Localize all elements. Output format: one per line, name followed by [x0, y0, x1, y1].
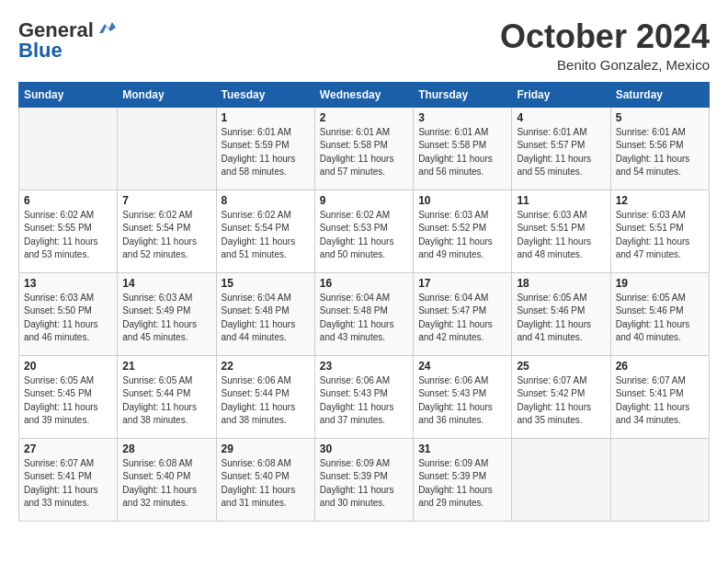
- svg-marker-0: [99, 22, 116, 33]
- day-number: 11: [517, 194, 605, 207]
- calendar-cell: 3Sunrise: 6:01 AMSunset: 5:58 PMDaylight…: [414, 107, 512, 190]
- day-header-monday: Monday: [118, 82, 216, 107]
- day-info: Sunrise: 6:07 AMSunset: 5:42 PMDaylight:…: [517, 374, 605, 428]
- calendar-cell: 20Sunrise: 6:05 AMSunset: 5:45 PMDayligh…: [19, 355, 118, 438]
- calendar-cell: 19Sunrise: 6:05 AMSunset: 5:46 PMDayligh…: [610, 272, 709, 355]
- logo-blue: Blue: [18, 39, 63, 63]
- day-info: Sunrise: 6:03 AMSunset: 5:49 PMDaylight:…: [122, 292, 210, 345]
- day-info: Sunrise: 6:03 AMSunset: 5:51 PMDaylight:…: [616, 209, 704, 262]
- calendar-cell: 31Sunrise: 6:09 AMSunset: 5:39 PMDayligh…: [414, 438, 512, 521]
- day-info: Sunrise: 6:09 AMSunset: 5:39 PMDaylight:…: [320, 457, 408, 511]
- calendar-cell: 7Sunrise: 6:02 AMSunset: 5:54 PMDaylight…: [118, 190, 216, 272]
- title-block: October 2024 Benito Gonzalez, Mexico: [500, 18, 710, 73]
- day-number: 29: [222, 442, 310, 455]
- day-info: Sunrise: 6:05 AMSunset: 5:46 PMDaylight:…: [517, 292, 605, 345]
- day-info: Sunrise: 6:05 AMSunset: 5:44 PMDaylight:…: [122, 374, 210, 428]
- day-number: 15: [222, 277, 310, 290]
- logo-bird-icon: [96, 20, 116, 37]
- calendar-cell: 13Sunrise: 6:03 AMSunset: 5:50 PMDayligh…: [19, 272, 118, 355]
- calendar-cell: 16Sunrise: 6:04 AMSunset: 5:48 PMDayligh…: [314, 272, 413, 355]
- calendar-cell: 22Sunrise: 6:06 AMSunset: 5:44 PMDayligh…: [216, 355, 314, 438]
- calendar-cell: 21Sunrise: 6:05 AMSunset: 5:44 PMDayligh…: [118, 355, 216, 438]
- calendar-cell: [118, 107, 216, 190]
- day-info: Sunrise: 6:04 AMSunset: 5:47 PMDaylight:…: [418, 292, 506, 345]
- day-info: Sunrise: 6:09 AMSunset: 5:39 PMDaylight:…: [418, 457, 506, 511]
- day-info: Sunrise: 6:03 AMSunset: 5:50 PMDaylight:…: [24, 292, 112, 345]
- day-header-sunday: Sunday: [19, 82, 118, 107]
- calendar-cell: 6Sunrise: 6:02 AMSunset: 5:55 PMDaylight…: [19, 190, 118, 272]
- calendar-cell: 26Sunrise: 6:07 AMSunset: 5:41 PMDayligh…: [610, 355, 709, 438]
- day-number: 31: [418, 442, 506, 455]
- calendar-cell: 25Sunrise: 6:07 AMSunset: 5:42 PMDayligh…: [512, 355, 610, 438]
- calendar-cell: [610, 438, 709, 521]
- day-number: 5: [616, 111, 704, 124]
- day-info: Sunrise: 6:05 AMSunset: 5:46 PMDaylight:…: [616, 292, 704, 345]
- day-number: 3: [418, 111, 506, 124]
- day-number: 2: [320, 111, 408, 124]
- day-number: 13: [24, 277, 112, 290]
- day-number: 30: [320, 442, 408, 455]
- calendar-cell: 23Sunrise: 6:06 AMSunset: 5:43 PMDayligh…: [314, 355, 413, 438]
- day-info: Sunrise: 6:06 AMSunset: 5:43 PMDaylight:…: [418, 374, 506, 428]
- calendar-cell: 27Sunrise: 6:07 AMSunset: 5:41 PMDayligh…: [19, 438, 118, 521]
- week-row-2: 6Sunrise: 6:02 AMSunset: 5:55 PMDaylight…: [19, 190, 710, 272]
- day-info: Sunrise: 6:01 AMSunset: 5:58 PMDaylight:…: [320, 126, 408, 179]
- day-info: Sunrise: 6:07 AMSunset: 5:41 PMDaylight:…: [616, 374, 704, 428]
- day-info: Sunrise: 6:04 AMSunset: 5:48 PMDaylight:…: [320, 292, 408, 345]
- day-info: Sunrise: 6:08 AMSunset: 5:40 PMDaylight:…: [222, 457, 310, 511]
- day-info: Sunrise: 6:07 AMSunset: 5:41 PMDaylight:…: [24, 457, 112, 511]
- day-number: 27: [24, 442, 112, 455]
- calendar-cell: 12Sunrise: 6:03 AMSunset: 5:51 PMDayligh…: [610, 190, 709, 272]
- calendar-table: SundayMondayTuesdayWednesdayThursdayFrid…: [18, 82, 710, 522]
- calendar-cell: 9Sunrise: 6:02 AMSunset: 5:53 PMDaylight…: [314, 190, 413, 272]
- day-number: 18: [517, 277, 605, 290]
- page-header: General Blue October 2024 Benito Gonzale…: [18, 18, 710, 73]
- day-number: 6: [24, 194, 112, 207]
- day-number: 8: [222, 194, 310, 207]
- day-info: Sunrise: 6:01 AMSunset: 5:56 PMDaylight:…: [616, 126, 704, 179]
- calendar-cell: 15Sunrise: 6:04 AMSunset: 5:48 PMDayligh…: [216, 272, 314, 355]
- day-info: Sunrise: 6:05 AMSunset: 5:45 PMDaylight:…: [24, 374, 112, 428]
- calendar-cell: 1Sunrise: 6:01 AMSunset: 5:59 PMDaylight…: [216, 107, 314, 190]
- day-info: Sunrise: 6:02 AMSunset: 5:54 PMDaylight:…: [122, 209, 210, 262]
- calendar-cell: 14Sunrise: 6:03 AMSunset: 5:49 PMDayligh…: [118, 272, 216, 355]
- calendar-cell: [512, 438, 610, 521]
- day-number: 22: [222, 360, 310, 373]
- day-number: 24: [418, 360, 506, 373]
- day-number: 16: [320, 277, 408, 290]
- day-number: 19: [616, 277, 704, 290]
- calendar-cell: 17Sunrise: 6:04 AMSunset: 5:47 PMDayligh…: [414, 272, 512, 355]
- calendar-cell: 24Sunrise: 6:06 AMSunset: 5:43 PMDayligh…: [414, 355, 512, 438]
- week-row-5: 27Sunrise: 6:07 AMSunset: 5:41 PMDayligh…: [19, 438, 710, 521]
- day-info: Sunrise: 6:02 AMSunset: 5:53 PMDaylight:…: [320, 209, 408, 262]
- day-number: 26: [616, 360, 704, 373]
- day-info: Sunrise: 6:01 AMSunset: 5:57 PMDaylight:…: [517, 126, 605, 179]
- day-header-wednesday: Wednesday: [314, 82, 413, 107]
- day-info: Sunrise: 6:04 AMSunset: 5:48 PMDaylight:…: [222, 292, 310, 345]
- week-row-4: 20Sunrise: 6:05 AMSunset: 5:45 PMDayligh…: [19, 355, 710, 438]
- day-number: 7: [122, 194, 210, 207]
- day-number: 20: [24, 360, 112, 373]
- day-number: 9: [320, 194, 408, 207]
- logo: General Blue: [18, 18, 116, 63]
- week-row-1: 1Sunrise: 6:01 AMSunset: 5:59 PMDaylight…: [19, 107, 710, 190]
- calendar-cell: 29Sunrise: 6:08 AMSunset: 5:40 PMDayligh…: [216, 438, 314, 521]
- calendar-cell: 11Sunrise: 6:03 AMSunset: 5:51 PMDayligh…: [512, 190, 610, 272]
- calendar-cell: 10Sunrise: 6:03 AMSunset: 5:52 PMDayligh…: [414, 190, 512, 272]
- day-number: 1: [222, 111, 310, 124]
- calendar-cell: 4Sunrise: 6:01 AMSunset: 5:57 PMDaylight…: [512, 107, 610, 190]
- calendar-cell: [19, 107, 118, 190]
- month-title: October 2024: [500, 18, 710, 55]
- week-row-3: 13Sunrise: 6:03 AMSunset: 5:50 PMDayligh…: [19, 272, 710, 355]
- day-header-saturday: Saturday: [610, 82, 709, 107]
- calendar-cell: 2Sunrise: 6:01 AMSunset: 5:58 PMDaylight…: [314, 107, 413, 190]
- day-info: Sunrise: 6:01 AMSunset: 5:58 PMDaylight:…: [418, 126, 506, 179]
- day-info: Sunrise: 6:03 AMSunset: 5:52 PMDaylight:…: [418, 209, 506, 262]
- day-number: 4: [517, 111, 605, 124]
- day-number: 10: [418, 194, 506, 207]
- day-number: 14: [122, 277, 210, 290]
- day-number: 21: [122, 360, 210, 373]
- days-header-row: SundayMondayTuesdayWednesdayThursdayFrid…: [19, 82, 710, 107]
- day-info: Sunrise: 6:06 AMSunset: 5:44 PMDaylight:…: [222, 374, 310, 428]
- day-info: Sunrise: 6:03 AMSunset: 5:51 PMDaylight:…: [517, 209, 605, 262]
